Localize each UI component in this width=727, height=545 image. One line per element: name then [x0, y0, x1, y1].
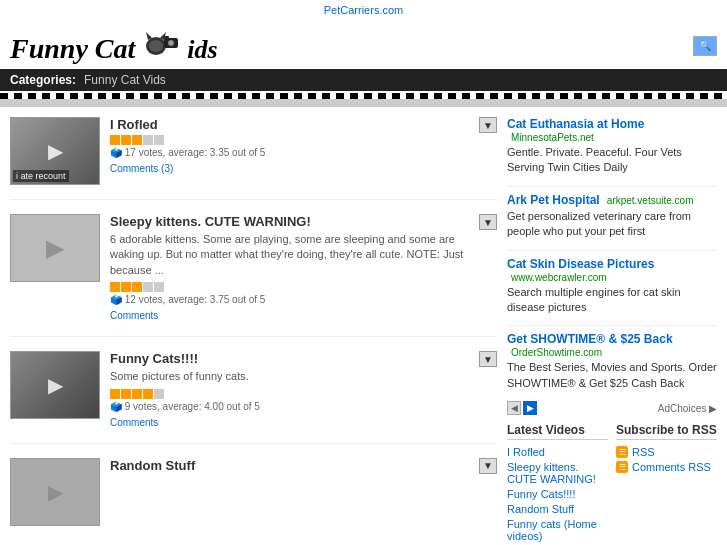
video-arrow-1[interactable]: ▼: [479, 117, 497, 133]
video-thumb-4[interactable]: ▶: [10, 458, 100, 526]
logo-text: Funny Cat ids: [10, 26, 218, 65]
nav-bar: Categories: Funny Cat Vids: [0, 69, 727, 91]
latest-video-link-0[interactable]: I Rofled: [507, 446, 608, 458]
logo: Funny Cat ids: [10, 26, 218, 65]
ad-source-4: OrderShowtime.com: [511, 347, 602, 358]
ad-separator: [507, 250, 717, 251]
video-post-1: ▶ i ate recount I Rofled 🗳️: [10, 117, 497, 200]
play-icon: ▶: [48, 373, 63, 397]
vote-icon: 🗳️: [110, 401, 125, 412]
sidebar: Cat Euthanasia at Home MinnesotaPets.net…: [507, 117, 717, 545]
svg-point-3: [149, 40, 163, 52]
latest-videos-heading: Latest Videos: [507, 423, 608, 440]
star: [121, 282, 131, 292]
video-arrow-4[interactable]: ▼: [479, 458, 497, 474]
video-title-2[interactable]: Sleepy kittens. CUTE WARNING!: [110, 214, 469, 229]
video-thumb-3[interactable]: ▶: [10, 351, 100, 419]
ad-separator: [507, 325, 717, 326]
main-layout: ▶ i ate recount I Rofled 🗳️: [0, 107, 727, 545]
video-post-4: ▶ Random Stuff ▼: [10, 458, 497, 540]
search-icon: 🔍: [699, 40, 711, 51]
video-info-3: Funny Cats!!!! Some pictures of funny ca…: [110, 351, 469, 428]
logo-cat-icon: [142, 28, 180, 60]
star-empty: [143, 282, 153, 292]
ad-block-1: Cat Euthanasia at Home MinnesotaPets.net…: [507, 117, 717, 176]
ad-text-1: Gentle. Private. Peaceful. Four Vets Ser…: [507, 145, 717, 176]
video-meta-2: 🗳️ 12 votes, average: 3.75 out of 5: [110, 294, 469, 305]
video-title-3[interactable]: Funny Cats!!!!: [110, 351, 469, 366]
rss-link-0[interactable]: RSS: [632, 446, 655, 458]
star: [110, 282, 120, 292]
comments-link-2[interactable]: Comments: [110, 310, 158, 321]
star-empty: [143, 135, 153, 145]
comments-link-1[interactable]: Comments (3): [110, 163, 173, 174]
content: ▶ i ate recount I Rofled 🗳️: [10, 117, 497, 545]
rss-link-1[interactable]: Comments RSS: [632, 461, 711, 473]
play-icon: ▶: [48, 480, 63, 504]
sidebar-section-grid: Latest Videos I Rofled Sleepy kittens. C…: [507, 423, 717, 545]
latest-videos-section: Latest Videos I Rofled Sleepy kittens. C…: [507, 423, 608, 545]
video-desc-3: Some pictures of funny cats.: [110, 369, 469, 384]
latest-video-link-1[interactable]: Sleepy kittens. CUTE WARNING!: [507, 461, 608, 485]
star-empty: [154, 282, 164, 292]
video-arrow-2[interactable]: ▼: [479, 214, 497, 230]
vote-count-1: 17 votes, average: 3.35 out of 5: [125, 147, 266, 158]
ad-source-3: www.webcrawler.com: [511, 272, 607, 283]
play-icon: ▶: [48, 139, 63, 163]
adchoices-bar: ◀ ▶ AdChoices ▶: [507, 401, 717, 415]
latest-video-link-2[interactable]: Funny Cats!!!!: [507, 488, 608, 500]
video-info-2: Sleepy kittens. CUTE WARNING! 6 adorable…: [110, 214, 469, 322]
ad-title-4[interactable]: Get SHOWTIME® & $25 Back: [507, 332, 673, 346]
top-ad-link[interactable]: PetCarriers.com: [324, 4, 403, 16]
video-meta-3: 🗳️ 9 votes, average: 4.00 out of 5: [110, 401, 469, 412]
rss-section: Subscribe to RSS ☰ RSS ☰ Comments RSS: [616, 423, 717, 545]
video-title-1[interactable]: I Rofled: [110, 117, 469, 132]
star: [110, 135, 120, 145]
ad-next-button[interactable]: ▶: [523, 401, 537, 415]
play-icon: ▶: [46, 234, 64, 262]
ad-title-2[interactable]: Ark Pet Hospital: [507, 193, 600, 207]
video-desc-2: 6 adorable kittens. Some are playing, so…: [110, 232, 469, 278]
top-ad-bar: PetCarriers.com: [0, 0, 727, 20]
video-meta-1: 🗳️ 17 votes, average: 3.35 out of 5: [110, 147, 469, 158]
video-post-3: ▶ Funny Cats!!!! Some pictures of funny …: [10, 351, 497, 443]
latest-video-link-3[interactable]: Random Stuff: [507, 503, 608, 515]
ad-text-4: The Best Series, Movies and Sports. Orde…: [507, 360, 717, 391]
rss-item-1: ☰ Comments RSS: [616, 461, 717, 473]
adchoices-arrows: ◀ ▶: [507, 401, 537, 415]
video-title-4[interactable]: Random Stuff: [110, 458, 469, 473]
ad-title-1[interactable]: Cat Euthanasia at Home: [507, 117, 644, 131]
ad-source-2: arkpet.vetsuite.com: [607, 195, 694, 206]
video-thumb-2[interactable]: ▶: [10, 214, 100, 282]
video-info-1: I Rofled 🗳️ 17 votes, average: 3.35 out …: [110, 117, 469, 175]
ad-prev-button[interactable]: ◀: [507, 401, 521, 415]
ad-block-4: Get SHOWTIME® & $25 Back OrderShowtime.c…: [507, 332, 717, 391]
vote-icon: 🗳️: [110, 294, 125, 305]
rss-icon: ☰: [616, 446, 628, 458]
header: Funny Cat ids 🔍: [0, 20, 727, 69]
video-thumb-1[interactable]: ▶ i ate recount: [10, 117, 100, 185]
video-arrow-3[interactable]: ▼: [479, 351, 497, 367]
stars-2: [110, 282, 164, 292]
categories-label: Categories:: [10, 73, 76, 87]
comments-link-3[interactable]: Comments: [110, 417, 158, 428]
stars-3: [110, 389, 164, 399]
ad-text-2: Get personalized veterinary care from pe…: [507, 209, 717, 240]
star: [132, 389, 142, 399]
latest-video-link-4[interactable]: Funny cats (Home videos): [507, 518, 608, 542]
ad-block-2: Ark Pet Hospital arkpet.vetsuite.com Get…: [507, 193, 717, 240]
star: [132, 282, 142, 292]
header-search-icon-box[interactable]: 🔍: [693, 36, 717, 56]
nav-funny-cat-vids[interactable]: Funny Cat Vids: [84, 73, 166, 87]
star: [132, 135, 142, 145]
vote-count-3: 9 votes, average: 4.00 out of 5: [125, 401, 260, 412]
star: [110, 389, 120, 399]
rss-item-0: ☰ RSS: [616, 446, 717, 458]
svg-point-6: [170, 42, 173, 45]
ad-title-3[interactable]: Cat Skin Disease Pictures: [507, 257, 654, 271]
star: [121, 135, 131, 145]
rss-heading: Subscribe to RSS: [616, 423, 717, 440]
ad-text-3: Search multiple engines for cat skin dis…: [507, 285, 717, 316]
video-post-2: ▶ Sleepy kittens. CUTE WARNING! 6 adorab…: [10, 214, 497, 337]
adchoices-label: AdChoices ▶: [658, 403, 717, 414]
